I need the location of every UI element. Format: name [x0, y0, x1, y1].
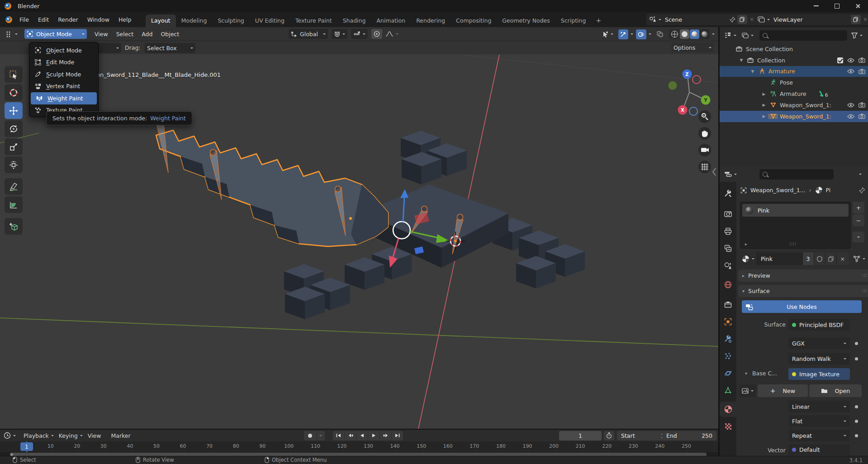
- timeline-menu-playback[interactable]: Playback: [19, 432, 54, 439]
- outliner-search-input[interactable]: [759, 30, 847, 41]
- prev-keyframe-button[interactable]: [344, 431, 356, 440]
- outliner-filter-images-dropdown[interactable]: [740, 30, 755, 41]
- surface-panel-header[interactable]: ▾ Surface∷∷: [738, 285, 868, 297]
- properties-tab-texture[interactable]: [720, 419, 736, 434]
- menu-help[interactable]: Help: [114, 14, 136, 25]
- editor-type-button[interactable]: [4, 29, 20, 39]
- pin-icon[interactable]: [859, 187, 865, 194]
- animate-dot[interactable]: [855, 357, 858, 360]
- user-count-button[interactable]: 3: [802, 252, 814, 265]
- workspace-tab-uv-editing[interactable]: UV Editing: [250, 14, 290, 27]
- properties-tab-material[interactable]: [720, 402, 736, 417]
- drag-mode-dropdown[interactable]: Select Box: [145, 43, 195, 53]
- keying-dropdown[interactable]: [316, 431, 325, 440]
- menu-file[interactable]: File: [15, 14, 33, 25]
- outliner-display-mode-dropdown[interactable]: [722, 30, 738, 41]
- outliner-row-collection[interactable]: ▼Collection: [720, 55, 868, 66]
- tool-move-button[interactable]: [5, 102, 23, 119]
- camera-icon[interactable]: [859, 69, 865, 74]
- mode-dropdown[interactable]: Object Mode: [24, 29, 87, 39]
- toggle-xray-button[interactable]: [655, 29, 665, 39]
- options-dropdown[interactable]: Options: [671, 43, 714, 52]
- mode-item-object-mode[interactable]: Object Mode: [29, 44, 98, 57]
- timeline-menu-view[interactable]: View: [83, 432, 106, 439]
- show-gizmos-toggle[interactable]: [618, 29, 628, 39]
- next-keyframe-button[interactable]: [379, 431, 391, 440]
- nav-axis-neg-x[interactable]: [693, 76, 701, 84]
- eye-icon[interactable]: [847, 103, 854, 108]
- viewlayer-selector[interactable]: ViewLayer ×: [755, 14, 868, 25]
- outliner-filter-dropdown[interactable]: [849, 30, 864, 41]
- show-overlays-toggle[interactable]: [636, 29, 646, 39]
- jump-to-end-button[interactable]: [391, 431, 403, 440]
- base-color-expander[interactable]: ▾: [745, 371, 747, 376]
- menu-render[interactable]: Render: [53, 14, 83, 25]
- timeline-ruler[interactable]: 1020304050607080901001101201301401501601…: [0, 441, 718, 452]
- outliner-item-label[interactable]: Collection: [757, 57, 785, 64]
- proportional-falloff-dropdown[interactable]: [383, 29, 401, 39]
- menu-window[interactable]: Window: [83, 14, 114, 25]
- workspace-tab-rendering[interactable]: Rendering: [411, 14, 451, 27]
- properties-tab-scene[interactable]: [720, 258, 736, 273]
- tool-rotate-button[interactable]: [5, 120, 23, 137]
- panel-grip[interactable]: ∷∷: [862, 273, 868, 279]
- viewport-menu-object[interactable]: Object: [157, 31, 183, 38]
- workspace-tab-modeling[interactable]: Modeling: [176, 14, 213, 27]
- preview-panel-header[interactable]: ▸ Preview∷∷: [738, 270, 868, 282]
- minimize-button[interactable]: [806, 0, 826, 12]
- tool-scale-button[interactable]: [5, 138, 23, 155]
- start-frame-field[interactable]: Start1: [617, 431, 669, 440]
- workspace-tab-scripting[interactable]: Scripting: [555, 14, 592, 27]
- mode-item-edit-mode[interactable]: Edit Mode: [29, 57, 98, 69]
- properties-tab-object[interactable]: [720, 314, 736, 329]
- slot-specials-dropdown[interactable]: [853, 232, 864, 242]
- browse-image-dropdown[interactable]: [740, 384, 756, 397]
- workspace-tab-shading[interactable]: Shading: [337, 14, 371, 27]
- base-color-texture-button[interactable]: Image Texture: [788, 368, 850, 380]
- properties-tab-view-layer[interactable]: [720, 241, 736, 256]
- outliner-row-weapon-sword-1[interactable]: ▶Weapon_Sword_1:: [720, 99, 868, 111]
- animate-dot[interactable]: [855, 434, 858, 437]
- mode-item-vertex-paint[interactable]: Vertex Paint: [29, 80, 98, 93]
- outliner-row-pose[interactable]: Pose: [720, 77, 868, 88]
- timeline-menu-keying[interactable]: Keying: [54, 432, 83, 439]
- shading-solid-button[interactable]: [680, 29, 689, 39]
- expand-closed-icon[interactable]: ▶: [760, 92, 768, 96]
- maximize-button[interactable]: [826, 0, 847, 12]
- end-frame-field[interactable]: End250: [662, 431, 716, 440]
- timeline-editor-type-button[interactable]: [4, 432, 16, 439]
- current-frame-field[interactable]: 1: [559, 431, 602, 440]
- new-viewlayer-button[interactable]: [851, 15, 861, 24]
- slot-list-grip[interactable]: ∷∷: [789, 241, 797, 247]
- new-image-button[interactable]: +New: [758, 384, 808, 397]
- eye-icon[interactable]: [847, 69, 854, 74]
- interpolation-dropdown[interactable]: Linear: [788, 401, 850, 412]
- sss-method-dropdown[interactable]: Random Walk: [788, 353, 850, 365]
- add-workspace-button[interactable]: +: [591, 14, 606, 27]
- viewport-menu-select[interactable]: Select: [112, 31, 138, 38]
- surface-shader-button[interactable]: Principled BSDF: [788, 319, 850, 331]
- expand-open-icon[interactable]: ▼: [749, 69, 757, 74]
- animate-dot[interactable]: [855, 342, 858, 345]
- workspace-tab-sculpting[interactable]: Sculpting: [212, 14, 249, 27]
- outliner-row-armature[interactable]: ▼Armature: [720, 66, 868, 77]
- nav-axis-neg-z[interactable]: [689, 107, 697, 115]
- properties-tab-tool[interactable]: [720, 185, 736, 201]
- add-slot-button[interactable]: +: [853, 202, 864, 213]
- pan-button[interactable]: [698, 127, 711, 140]
- workspace-tab-layout[interactable]: Layout: [146, 14, 176, 27]
- outliner-item-label[interactable]: Scene Collection: [746, 46, 793, 52]
- zoom-button[interactable]: [698, 110, 711, 123]
- outliner-row-weapon-sword-1[interactable]: ▶Weapon_Sword_1:: [720, 111, 868, 122]
- animate-dot[interactable]: [855, 420, 858, 423]
- properties-display-dropdown[interactable]: [722, 169, 739, 180]
- tool-transform-button[interactable]: [5, 156, 23, 173]
- remove-slot-button[interactable]: −: [853, 214, 864, 226]
- play-reverse-button[interactable]: [356, 431, 368, 440]
- breadcrumb-object[interactable]: Weapon_Sword_1...: [750, 187, 806, 194]
- properties-tab-particles[interactable]: [720, 348, 736, 364]
- mode-item-weight-paint[interactable]: Weight Paint: [31, 92, 97, 104]
- vector-input-button[interactable]: Default: [788, 444, 850, 455]
- properties-tab-object-data[interactable]: [720, 383, 736, 398]
- properties-tab-output[interactable]: [720, 223, 736, 239]
